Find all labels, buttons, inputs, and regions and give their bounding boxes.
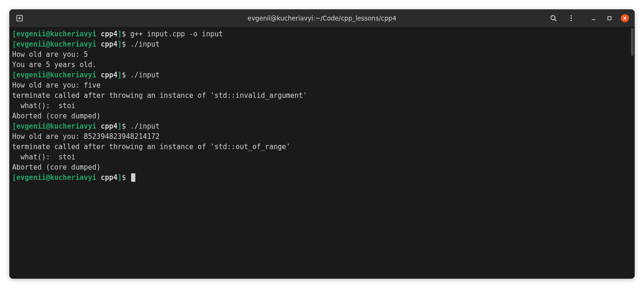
scrollbar-thumb[interactable]	[631, 28, 634, 56]
terminal-window: evgenii@kucheriavyi:~/Code/cpp_lessons/c…	[9, 9, 635, 279]
output-line: How old are you: 852394823948214172	[12, 131, 632, 142]
search-button[interactable]	[549, 14, 558, 23]
prompt-dollar: $	[122, 173, 130, 182]
terminal-content: [evgenii@kucheriavyi cpp4]$ g++ input.cp…	[12, 29, 632, 183]
output-line: Aborted (core dumped)	[12, 111, 632, 121]
prompt-space	[97, 40, 101, 48]
prompt-dir: cpp4	[101, 40, 118, 48]
prompt-open-bracket: [	[12, 71, 16, 79]
prompt-space	[97, 30, 101, 38]
prompt-line: [evgenii@kucheriavyi cpp4]$ ./input	[12, 39, 632, 49]
prompt-space	[97, 71, 101, 79]
prompt-user: evgenii	[16, 173, 46, 182]
prompt-user: evgenii	[16, 30, 46, 38]
search-icon	[550, 14, 557, 22]
command-text: g++ input.cpp -o input	[130, 30, 223, 38]
output-line: terminate called after throwing an insta…	[12, 90, 632, 101]
prompt-host: kucheriavyi	[50, 30, 96, 38]
command-text: ./input	[130, 40, 160, 48]
prompt-open-bracket: [	[12, 40, 16, 48]
prompt-space	[97, 173, 101, 182]
prompt-close-bracket: ]	[118, 30, 122, 38]
output-text: Aborted (core dumped)	[12, 112, 101, 120]
output-text: terminate called after throwing an insta…	[12, 143, 290, 151]
output-line: You are 5 years old.	[12, 60, 632, 70]
prompt-host: kucheriavyi	[50, 40, 96, 48]
output-text: You are 5 years old.	[12, 61, 97, 69]
output-line: terminate called after throwing an insta…	[12, 142, 632, 152]
titlebar-left	[15, 14, 24, 23]
svg-point-7	[571, 20, 572, 21]
terminal-body[interactable]: [evgenii@kucheriavyi cpp4]$ g++ input.cp…	[9, 27, 635, 279]
scrollbar-track[interactable]	[630, 27, 635, 279]
output-line: what(): stoi	[12, 101, 632, 111]
menu-button[interactable]	[567, 14, 576, 23]
prompt-close-bracket: ]	[118, 40, 122, 48]
prompt-user: evgenii	[16, 122, 46, 130]
prompt-dir: cpp4	[101, 173, 118, 182]
prompt-close-bracket: ]	[118, 71, 122, 79]
prompt-at: @	[46, 122, 50, 130]
output-text: How old are you: five	[12, 81, 101, 89]
prompt-at: @	[46, 71, 50, 79]
svg-point-6	[571, 18, 572, 19]
output-text: How old are you: 852394823948214172	[12, 132, 160, 141]
window-controls	[589, 14, 629, 23]
output-text: what(): stoi	[12, 102, 75, 110]
svg-rect-9	[608, 17, 611, 20]
command-text: ./input	[130, 122, 160, 130]
prompt-user: evgenii	[16, 71, 46, 79]
prompt-dir: cpp4	[101, 122, 118, 130]
maximize-button[interactable]	[605, 14, 614, 23]
prompt-host: kucheriavyi	[50, 173, 96, 182]
prompt-line: [evgenii@kucheriavyi cpp4]$ g++ input.cp…	[12, 29, 632, 39]
prompt-dollar: $	[122, 71, 130, 79]
minimize-icon	[591, 15, 596, 21]
prompt-at: @	[46, 30, 50, 38]
prompt-at: @	[46, 40, 50, 48]
prompt-user: evgenii	[16, 40, 46, 48]
titlebar-right	[549, 14, 629, 23]
prompt-dollar: $	[122, 40, 130, 48]
output-text: what(): stoi	[12, 153, 75, 161]
prompt-close-bracket: ]	[118, 173, 122, 182]
svg-point-5	[571, 15, 572, 17]
prompt-close-bracket: ]	[118, 122, 122, 130]
output-line: How old are you: five	[12, 80, 632, 90]
output-line: How old are you: 5	[12, 49, 632, 60]
close-icon	[623, 16, 627, 21]
titlebar: evgenii@kucheriavyi:~/Code/cpp_lessons/c…	[9, 9, 635, 27]
prompt-open-bracket: [	[12, 173, 16, 182]
prompt-at: @	[46, 173, 50, 182]
output-text: terminate called after throwing an insta…	[12, 91, 307, 100]
maximize-icon	[607, 15, 612, 21]
prompt-open-bracket: [	[12, 122, 16, 130]
command-text: ./input	[130, 71, 160, 79]
minimize-button[interactable]	[589, 14, 598, 23]
prompt-host: kucheriavyi	[50, 122, 96, 130]
new-tab-icon	[16, 14, 23, 22]
svg-point-3	[551, 16, 555, 20]
prompt-dir: cpp4	[101, 30, 118, 38]
svg-line-4	[555, 20, 557, 21]
kebab-menu-icon	[567, 14, 575, 22]
prompt-open-bracket: [	[12, 30, 16, 38]
new-tab-button[interactable]	[15, 14, 24, 23]
prompt-dir: cpp4	[101, 71, 118, 79]
prompt-line: [evgenii@kucheriavyi cpp4]$ ./input	[12, 70, 632, 80]
output-line: what(): stoi	[12, 152, 632, 162]
prompt-host: kucheriavyi	[50, 71, 96, 79]
window-title: evgenii@kucheriavyi:~/Code/cpp_lessons/c…	[248, 14, 397, 22]
prompt-line: [evgenii@kucheriavyi cpp4]$ ./input	[12, 121, 632, 131]
output-line: Aborted (core dumped)	[12, 162, 632, 172]
close-button[interactable]	[621, 14, 629, 22]
prompt-space	[97, 122, 101, 130]
output-text: How old are you: 5	[12, 50, 88, 59]
cursor	[131, 173, 135, 182]
prompt-line: [evgenii@kucheriavyi cpp4]$	[12, 172, 632, 183]
prompt-dollar: $	[122, 30, 130, 38]
prompt-dollar: $	[122, 122, 130, 130]
output-text: Aborted (core dumped)	[12, 163, 101, 171]
